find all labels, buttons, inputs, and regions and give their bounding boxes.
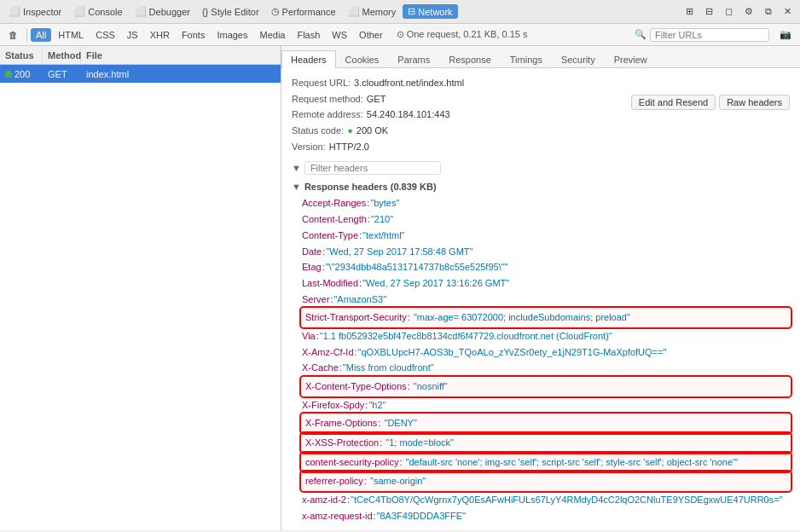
header-row: Content-Length: "210" [302,211,790,228]
header-name: Server [302,292,329,308]
header-colon: : [408,312,413,322]
settings-btn[interactable]: ⚙ [739,4,758,19]
filter-flash-btn[interactable]: Flash [292,28,325,42]
tab-preview[interactable]: Preview [605,50,657,68]
dock-btn-1[interactable]: ⊞ [681,4,699,19]
inspector-icon: ⬜ [9,6,20,17]
clear-network-btn[interactable]: 🗑 [3,28,23,42]
header-name: Etag [302,259,322,275]
request-list-body: 200 GET index.html [0,65,281,530]
header-colon: : [322,259,325,275]
response-section-label: Response headers (0.839 KB) [304,182,437,192]
header-name: X-XSS-Protection [305,437,379,448]
dock-btn-2[interactable]: ⊟ [700,4,718,19]
header-name: content-security-policy [305,457,398,467]
url-filter-input[interactable] [650,28,769,42]
filter-headers-input[interactable] [304,161,441,175]
performance-icon: ◷ [271,6,280,17]
filter-headers-icon: ▼ [292,163,301,173]
filter-headers-row: ▼ [292,161,790,175]
tab-inspector[interactable]: ⬜ Inspector [3,4,67,19]
status-column-header: Status [0,46,43,64]
filter-other-btn[interactable]: Other [354,28,388,42]
header-colon: : [322,244,325,260]
tab-memory[interactable]: ⬜ Memory [343,4,402,19]
filter-html-btn[interactable]: HTML [53,28,89,42]
tab-network[interactable]: ⊟ Network [403,4,457,19]
header-name: Last-Modified [302,275,358,292]
response-headers-section: ▼ Response headers (0.839 KB) [292,182,790,192]
method-cell: GET [43,68,81,80]
edit-resend-btn[interactable]: Edit and Resend [631,95,716,110]
header-name: X-Cache [302,360,339,376]
header-value: "Wed, 27 Sep 2017 17:58:48 GMT" [326,244,472,260]
console-icon: ⬜ [73,6,85,17]
file-cell: index.html [81,68,281,80]
tab-timings[interactable]: Timings [501,50,552,68]
header-value: "\"2934dbb48a5131714737b8c55e525f95\"" [326,259,508,275]
dock-btn-3[interactable]: ◻ [720,4,738,19]
header-row: Date: "Wed, 27 Sep 2017 17:58:48 GMT" [302,244,790,260]
action-buttons: Edit and Resend Raw headers [631,95,790,110]
filter-media-btn[interactable]: Media [254,28,290,42]
filter-js-btn[interactable]: JS [122,28,143,42]
header-row: X-Content-Type-Options: "nosniff" [302,378,790,396]
filter-fonts-btn[interactable]: Fonts [177,28,211,42]
table-row[interactable]: 200 GET index.html [0,65,281,84]
header-colon: : [330,292,333,308]
network-toolbar: 🗑 All HTML CSS JS XHR Fonts Images Media… [0,24,800,46]
header-colon: : [378,418,383,428]
responsive-btn[interactable]: ⧉ [760,4,777,19]
tab-style-editor[interactable]: {} Style Editor [197,5,264,19]
header-value: "1; mode=block" [386,437,454,448]
tab-cookies[interactable]: Cookies [336,50,389,68]
status-code-label: Status code: [292,123,344,139]
remote-address-value: 54.240.184.101:443 [367,107,450,123]
top-toolbar: ⬜ Inspector ⬜ Console ⬜ Debugger {} Styl… [0,0,800,24]
debugger-icon: ⬜ [135,6,147,17]
filter-images-btn[interactable]: Images [212,28,252,42]
filter-xhr-btn[interactable]: XHR [145,28,175,42]
header-value: "h2" [368,397,386,413]
devtools-window: ⬜ Inspector ⬜ Console ⬜ Debugger {} Styl… [0,0,800,530]
header-colon: : [365,397,368,413]
request-method-label: Request method: [292,91,363,107]
tab-performance[interactable]: ◷ Performance [266,4,341,19]
header-colon: : [367,195,369,211]
status-dot-inline: ● [347,123,353,139]
raw-headers-btn[interactable]: Raw headers [719,95,790,110]
header-row: Strict-Transport-Security: "max-age= 630… [302,309,790,327]
header-row: referrer-policy: "same-origin" [302,472,790,490]
header-value: "1.1 fb052932e5bf47ec8b8134cdf6f47729.cl… [320,328,612,344]
header-name: X-Frame-Options [305,418,377,428]
header-row: X-Firefox-Spdy: "h2" [302,397,790,413]
header-value: "Miss from cloudfront" [343,360,434,376]
status-cell: 200 [0,68,43,80]
header-name: Via [302,328,316,344]
header-value: "tCeC4TbO8Y/QcWgrnx7yQ0EsAFwHiFULs67LyY4… [351,492,783,508]
camera-btn[interactable]: 📷 [774,27,797,42]
response-section-toggle[interactable]: ▼ [292,182,301,192]
version-row: Version: HTTP/2.0 [292,139,790,155]
header-colon: : [408,381,413,391]
tab-headers[interactable]: Headers [281,50,336,68]
tab-params[interactable]: Params [388,50,439,68]
method-column-header: Method [43,46,81,64]
header-name: X-Firefox-Spdy [302,397,364,413]
network-icon: ⊟ [408,6,415,17]
header-row: X-XSS-Protection: "1; mode=block" [302,434,790,452]
header-value: "max-age= 63072000; includeSubdomains; p… [414,312,630,322]
header-row: content-security-policy: "default-src 'n… [302,454,790,471]
filter-all-btn[interactable]: All [31,28,51,42]
status-code-value-display: 200 OK [357,123,388,139]
close-btn[interactable]: ✕ [779,4,797,19]
tab-response[interactable]: Response [439,50,501,68]
request-summary: ⊙ One request, 0.21 KB, 0.15 s [397,29,528,40]
tab-console[interactable]: ⬜ Console [68,4,127,19]
filter-css-btn[interactable]: CSS [90,28,120,42]
tab-security[interactable]: Security [552,50,605,68]
filter-ws-btn[interactable]: WS [327,28,352,42]
header-value: "Wed, 27 Sep 2017 13:16:26 GMT" [362,275,509,292]
header-value: "210" [371,211,393,228]
tab-debugger[interactable]: ⬜ Debugger [130,4,195,19]
